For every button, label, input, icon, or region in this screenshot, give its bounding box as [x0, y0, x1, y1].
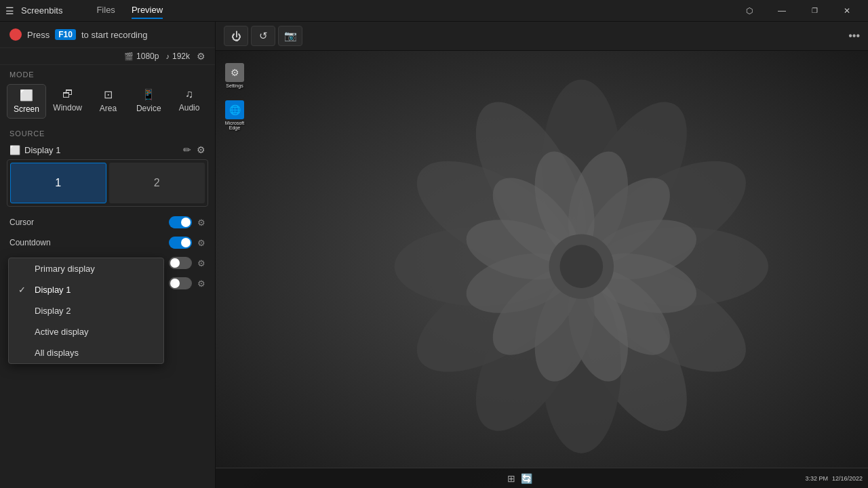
bitrate-value: 192k: [172, 52, 190, 61]
settings-label: Settings: [226, 83, 243, 88]
tab-files[interactable]: Files: [96, 2, 115, 19]
hamburger-icon[interactable]: ☰: [5, 5, 14, 16]
quality-bar: 🎬 1080p ♪ 192k ⚙: [0, 48, 215, 65]
minimize-button[interactable]: —: [766, 0, 797, 22]
audio-icon: ♪: [165, 52, 170, 60]
bitrate-item: ♪ 192k: [165, 52, 190, 61]
resolution-item: 🎬 1080p: [124, 52, 159, 61]
dropdown-display2-label: Display 2: [35, 306, 71, 316]
highlight-clicks-right: ⚙: [169, 257, 205, 269]
resolution-value: 1080p: [136, 52, 159, 61]
mode-device-button[interactable]: 📱 Device: [130, 84, 167, 119]
preview-content: ⚙ Settings 🌐 Microsoft Edge ⊞ 🔄: [216, 51, 868, 488]
desktop-icon-edge: 🌐 Microsoft Edge: [221, 100, 248, 130]
mode-area-label: Area: [100, 104, 117, 113]
highlight-clicks-gear-icon[interactable]: ⚙: [197, 258, 205, 268]
display-thumb-2[interactable]: 2: [109, 163, 205, 203]
edge-icon: 🌐: [225, 100, 244, 119]
taskbar-date: 12/16/2022: [832, 475, 863, 482]
power-button[interactable]: ⏻: [224, 26, 248, 46]
dropdown-item-all[interactable]: All displays: [9, 342, 163, 363]
record-dot-icon: [9, 28, 22, 41]
flower-svg: [216, 51, 868, 468]
source-header: ⬜ Display 1 ✏ ⚙: [0, 140, 215, 159]
mode-window-label: Window: [53, 103, 82, 113]
dropdown-item-display2[interactable]: Display 2: [9, 300, 163, 321]
countdown-label: Countdown: [9, 238, 51, 247]
maximize-button[interactable]: ❐: [799, 0, 830, 22]
mode-area-button[interactable]: ⊡ Area: [90, 84, 127, 119]
taskbar: ⊞ 🔄 3:32 PM 12/16/2022: [216, 468, 868, 488]
countdown-gear-icon[interactable]: ⚙: [197, 238, 205, 248]
dropdown-item-display1[interactable]: ✓ Display 1: [9, 279, 163, 300]
edit-source-button[interactable]: ✏: [183, 144, 191, 155]
mode-window-button[interactable]: 🗗 Window: [49, 84, 87, 119]
highlight-keys-toggle[interactable]: [169, 277, 192, 289]
source-actions: ✏ ⚙: [183, 144, 205, 155]
cursor-row-right: ⚙: [169, 216, 205, 228]
highlight-clicks-toggle[interactable]: [169, 257, 192, 269]
check-display1-icon: ✓: [18, 285, 29, 295]
title-bar-tabs: Files Preview: [96, 2, 163, 19]
display-selector: 1 2: [7, 159, 208, 207]
tab-preview[interactable]: Preview: [132, 2, 163, 19]
refresh-icon[interactable]: 🔄: [521, 473, 532, 484]
start-menu-icon[interactable]: ⊞: [507, 473, 515, 484]
settings-icon: ⚙: [225, 63, 244, 82]
dropdown-all-label: All displays: [35, 348, 79, 358]
sidebar: Press F10 to start recording 🎬 1080p ♪ 1…: [0, 22, 216, 488]
dropdown-display1-label: Display 1: [35, 285, 71, 295]
preview-toolbar: ⏻ ↺ 📷 •••: [216, 22, 868, 51]
countdown-row: Countdown ⚙: [0, 232, 215, 253]
title-bar-left: ☰ Screenbits Files Preview: [5, 2, 163, 19]
source-settings-gear-icon[interactable]: ⚙: [197, 144, 205, 155]
cursor-label: Cursor: [9, 218, 34, 227]
app-title: Screenbits: [21, 5, 62, 16]
more-options-icon[interactable]: •••: [848, 30, 860, 42]
audio-mode-icon: ♫: [185, 88, 193, 100]
mode-screen-button[interactable]: ⬜ Screen: [7, 84, 46, 119]
mode-audio-label: Audio: [179, 103, 200, 113]
source-label: SOURCE: [0, 124, 215, 140]
taskbar-right: 3:32 PM 12/16/2022: [805, 475, 863, 482]
title-bar: ☰ Screenbits Files Preview ⬡ — ❐ ✕: [0, 0, 868, 22]
main-layout: Press F10 to start recording 🎬 1080p ♪ 1…: [0, 22, 868, 488]
dropdown-item-active[interactable]: Active display: [9, 321, 163, 342]
display-icon: ⬜: [9, 145, 20, 155]
mode-label: MODE: [0, 65, 215, 81]
window-icon: 🗗: [62, 88, 73, 100]
preview-area: ⏻ ↺ 📷 •••: [216, 22, 868, 488]
taskbar-center: ⊞ 🔄: [507, 473, 532, 484]
desktop-preview: ⚙ Settings 🌐 Microsoft Edge ⊞ 🔄: [216, 51, 868, 488]
edge-label: Microsoft Edge: [221, 121, 248, 130]
close-button[interactable]: ✕: [831, 0, 863, 22]
countdown-row-right: ⚙: [169, 237, 205, 249]
title-bar-controls: ⬡ — ❐ ✕: [734, 0, 863, 22]
mode-audio-button[interactable]: ♫ Audio: [170, 84, 208, 119]
device-icon: 📱: [142, 88, 155, 101]
display-thumb-1[interactable]: 1: [10, 163, 106, 203]
cursor-gear-icon[interactable]: ⚙: [197, 218, 205, 228]
mode-device-label: Device: [136, 104, 161, 113]
mode-screen-label: Screen: [14, 104, 39, 114]
taskbar-time: 3:32 PM: [805, 475, 828, 482]
record-text-before: Press: [27, 30, 50, 40]
resolution-icon: 🎬: [124, 52, 134, 61]
settings-button[interactable]: ↺: [251, 26, 275, 46]
quality-settings-gear-icon[interactable]: ⚙: [197, 51, 205, 62]
dropdown-primary-label: Primary display: [35, 264, 95, 274]
countdown-toggle[interactable]: [169, 237, 192, 249]
snap-assist-icon[interactable]: ⬡: [734, 0, 765, 22]
source-display-name: Display 1: [24, 145, 60, 155]
dropdown-item-primary[interactable]: Primary display: [9, 258, 163, 279]
mode-buttons: ⬜ Screen 🗗 Window ⊡ Area 📱 Device ♫ Audi…: [0, 81, 215, 124]
highlight-keys-gear-icon[interactable]: ⚙: [197, 279, 205, 289]
screenshot-button[interactable]: 📷: [278, 26, 302, 46]
record-bar: Press F10 to start recording: [0, 22, 215, 48]
cursor-row: Cursor ⚙: [0, 212, 215, 232]
area-icon: ⊡: [104, 88, 113, 101]
highlight-keys-right: ⚙: [169, 277, 205, 289]
hotkey-badge: F10: [55, 29, 76, 40]
record-text-after: to start recording: [81, 30, 148, 40]
cursor-toggle[interactable]: [169, 216, 192, 228]
